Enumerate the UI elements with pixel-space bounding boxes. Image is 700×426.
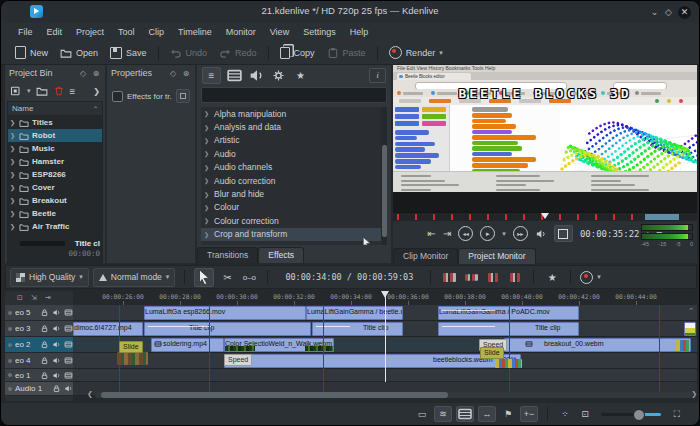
lift-zone-icon[interactable] (506, 269, 524, 286)
chevron-down-icon[interactable]: ▾ (439, 49, 443, 57)
expander-icon[interactable]: ❯ (204, 164, 210, 171)
palette-block[interactable] (395, 159, 431, 164)
timeline-lanes[interactable]: 00:00:26:0000:00:28:0000:00:30:0000:00:3… (73, 291, 697, 401)
show-all-effects-icon[interactable]: ≡ (202, 67, 221, 84)
play-icon[interactable]: ▸ (480, 226, 495, 241)
new-button[interactable]: New (9, 43, 54, 62)
timeline-clip[interactable]: beetleblocks.webm - 200% (224, 354, 521, 368)
timeline-clip[interactable] (684, 322, 696, 336)
bin-folder-robot[interactable]: ❯Robot (8, 129, 102, 142)
timeline-clip[interactable]: dimoc.6!4727.mp4 (73, 322, 143, 336)
scroll-left-icon[interactable]: ❮ (87, 390, 93, 398)
show-markers-icon[interactable] (456, 406, 474, 422)
palette-block[interactable] (395, 147, 425, 152)
render-button-small[interactable] (580, 271, 593, 284)
properties-options-button[interactable] (176, 89, 190, 103)
slide-composition[interactable]: Slide (119, 341, 143, 353)
favorite-effects-button[interactable]: ★ (543, 269, 561, 286)
custom-effects-icon[interactable] (270, 68, 287, 83)
monitor-video-area[interactable]: File Edit View History Bookmarks Tools H… (393, 65, 697, 212)
slide-composition[interactable]: Slide (480, 347, 504, 359)
effect-category-audio-correction[interactable]: ❯Audio correction (201, 174, 387, 187)
expander-icon[interactable]: ❯ (10, 158, 16, 165)
effect-category-colour-correction[interactable]: ❯Colour correction (201, 214, 387, 227)
track-header-eo-4[interactable]: eo 4 (5, 353, 73, 369)
expander-icon[interactable]: ❯ (204, 110, 210, 117)
palette-category[interactable] (395, 121, 419, 126)
open-button[interactable]: Open (54, 44, 104, 62)
tab-transitions[interactable]: Transitions (197, 247, 258, 263)
palette-block[interactable] (395, 136, 417, 141)
timeline-playhead[interactable] (385, 296, 386, 382)
close-button[interactable]: ✕ (678, 6, 691, 19)
expander-icon[interactable]: ❯ (10, 145, 16, 152)
timeline-clip[interactable]: Title clip (312, 322, 403, 336)
script-block[interactable] (472, 146, 522, 151)
track-header-eo-2[interactable]: eo 2 (5, 337, 73, 353)
flag-icon[interactable]: ⚑ (500, 407, 516, 421)
effects-info-icon[interactable]: i (369, 68, 386, 83)
zone-range[interactable] (645, 214, 679, 220)
menu-monitor[interactable]: Monitor (219, 25, 263, 39)
float-panel-icon[interactable]: ◇ (168, 69, 178, 78)
tab-project-monitor[interactable]: Project Monitor (458, 248, 535, 264)
timeline-guide[interactable] (659, 305, 660, 396)
menu-file[interactable]: File (11, 25, 40, 39)
timeline-clip[interactable]: Title clip (144, 322, 311, 336)
preview-quality-dropdown[interactable]: High Quality ▾ (10, 268, 89, 287)
script-block[interactable] (472, 107, 508, 112)
extract-zone-icon[interactable] (484, 269, 502, 286)
rewind-icon[interactable]: ◂◂ (458, 226, 473, 241)
track-header-audio-1[interactable]: Audio 1 (5, 382, 73, 396)
video-effects-icon[interactable] (226, 68, 243, 83)
audio-effects-icon[interactable] (248, 68, 265, 83)
timeline-guide[interactable] (209, 305, 210, 396)
zoom-fit-icon[interactable]: ⊡ (577, 407, 593, 421)
script-block[interactable] (472, 157, 536, 162)
bin-folder-beetle[interactable]: ❯Beetle (8, 207, 102, 220)
timeline-guide[interactable] (323, 305, 324, 396)
bin-folder-cover[interactable]: ❯Cover (8, 181, 102, 194)
timeline-timecode[interactable]: 00:00:34:00 / 00:00:59:03 (285, 272, 413, 282)
bin-clip-entry[interactable]: Title cl 00:00:0 (7, 236, 103, 263)
track-header-eo-1[interactable]: eo 1 (5, 369, 73, 382)
expander-icon[interactable]: ❯ (204, 150, 210, 157)
script-block[interactable] (472, 163, 528, 168)
spacer-tool-button[interactable]: o–o (240, 269, 258, 286)
create-folder-icon[interactable] (36, 85, 48, 97)
add-clip-icon[interactable] (10, 85, 22, 97)
volume-icon[interactable] (535, 228, 547, 240)
script-block[interactable] (472, 113, 512, 118)
render-dropdown-icon[interactable]: ▾ (597, 273, 601, 281)
bin-folder-hamster[interactable]: ❯Hamster (8, 155, 102, 168)
effect-category-blur-and-hide[interactable]: ❯Blur and hide (201, 187, 387, 200)
effects-scrollbar[interactable] (381, 107, 387, 245)
expander-icon[interactable]: ❯ (204, 177, 210, 184)
edit-mode-dropdown[interactable]: Normal mode ▾ (93, 268, 176, 287)
fit-timeline-icon[interactable]: ⛶ (669, 407, 685, 421)
menu-clip[interactable]: Clip (142, 25, 172, 39)
effects-for-track-checkbox[interactable] (112, 91, 123, 102)
expander-icon[interactable]: ❯ (204, 137, 210, 144)
expander-icon[interactable]: ❯ (10, 184, 16, 191)
menu-settings[interactable]: Settings (296, 25, 343, 39)
menu-tool[interactable]: Tool (111, 25, 142, 39)
track-tools-icon[interactable]: ⇲ (31, 294, 37, 302)
track-insert-icon[interactable]: ⇥ (45, 294, 51, 302)
palette-category[interactable] (395, 107, 419, 112)
expander-icon[interactable]: ❯ (10, 197, 16, 204)
bin-folder-titles[interactable]: ❯Titles (8, 116, 102, 129)
palette-category[interactable] (422, 121, 446, 126)
script-block[interactable] (472, 130, 512, 135)
sort-ascending-icon[interactable]: ⌃ (93, 105, 98, 112)
expander-icon[interactable]: ❯ (204, 124, 210, 131)
bin-folder-air-traffic[interactable]: ❯Air Traffic (8, 220, 102, 233)
zoom-out-icon[interactable]: ⁘ (557, 407, 573, 421)
add-clip-dropdown-icon[interactable]: ▾ (27, 87, 31, 95)
track-header-eo-5[interactable]: eo 5 (5, 305, 73, 321)
show-video-thumbnails-icon[interactable]: ▭ (414, 407, 430, 421)
seek-playhead[interactable] (541, 213, 549, 219)
expander-icon[interactable]: ❯ (10, 210, 16, 217)
expander-icon[interactable]: ❯ (204, 217, 210, 224)
zone-start-icon[interactable]: ⇤ (428, 228, 436, 240)
